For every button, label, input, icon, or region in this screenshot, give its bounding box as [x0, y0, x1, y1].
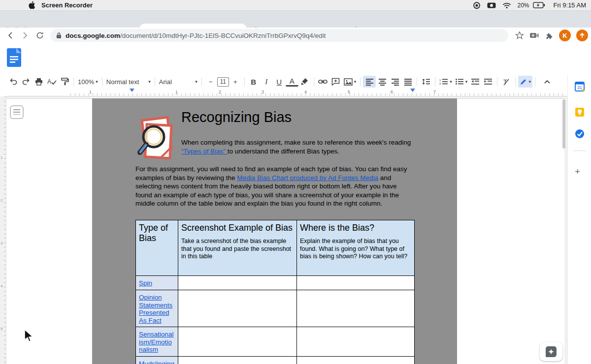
apple-menu-icon[interactable]	[29, 1, 35, 9]
docs-header: Recognizing Bias File Edit View Insert F…	[0, 43, 591, 75]
empty-screenshot-cell[interactable]	[178, 276, 296, 290]
header-cell-where-is-bias[interactable]: Where is the Bias?Explain the example of…	[296, 220, 414, 275]
editing-mode-button[interactable]: ▾	[518, 76, 532, 88]
omnibox-url-field[interactable]: docs.google.com/document/d/10mdtHyr-PJtc…	[50, 29, 508, 42]
document-canvas: 1 2 3 4 5 Recognizing Bias When completi…	[0, 96, 567, 364]
header-cell-type-of-bias[interactable]: Type of Bias	[136, 220, 178, 275]
underline-button[interactable]: U	[273, 76, 286, 88]
sensationalism-link[interactable]: Sensationalism/Emotionalism	[139, 331, 175, 354]
screen-record-icon[interactable]	[473, 1, 481, 9]
spell-check-button[interactable]: A	[45, 76, 58, 88]
get-addons-button[interactable]: +	[575, 166, 580, 177]
font-size-increase-button[interactable]: +	[229, 76, 242, 88]
lock-icon[interactable]	[56, 32, 62, 39]
google-docs-logo[interactable]	[7, 48, 21, 67]
zoom-select[interactable]: 100%▾	[76, 76, 99, 88]
table-row-sensationalism: Sensationalism/Emotionalism	[136, 327, 414, 356]
font-size-decrease-button[interactable]: −	[204, 76, 217, 88]
rail-divider	[573, 151, 586, 151]
document-summary-icon[interactable]	[10, 105, 24, 119]
reload-icon[interactable]	[35, 31, 44, 40]
row-label-cell[interactable]: Mudslinging	[136, 357, 178, 364]
increase-indent-button[interactable]	[482, 76, 494, 88]
table-row-mudslinging: Mudslinging	[136, 356, 414, 364]
table-header-row: Type of Bias Screenshot Example of BiasT…	[136, 220, 414, 275]
row-label-cell[interactable]: Opinion Statements Presented As Fact	[136, 290, 178, 327]
explore-button[interactable]	[540, 342, 562, 361]
paragraph-style-select[interactable]: Normal text▾	[105, 76, 152, 88]
google-keep-icon[interactable]	[575, 107, 585, 117]
insert-image-button[interactable]: ▾	[342, 76, 358, 88]
spin-link[interactable]: Spin	[139, 279, 175, 287]
workspace-side-rail: 31 +	[567, 75, 591, 364]
header-cell-screenshot-example[interactable]: Screenshot Example of BiasTake a screens…	[178, 220, 296, 275]
empty-explanation-cell[interactable]	[296, 276, 414, 290]
google-calendar-icon[interactable]: 31	[575, 82, 585, 91]
mudslinging-link[interactable]: Mudslinging	[139, 360, 175, 364]
add-comment-button[interactable]	[329, 76, 342, 88]
empty-screenshot-cell[interactable]	[178, 290, 296, 327]
right-indent-marker[interactable]	[410, 89, 415, 92]
vertical-scrollbar[interactable]	[562, 99, 565, 149]
bulleted-list-button[interactable]: ▾	[454, 76, 469, 88]
chrome-update-icon[interactable]	[576, 30, 588, 41]
paragraph-1[interactable]: When completing this assignment, make su…	[181, 138, 414, 155]
decrease-indent-button[interactable]	[469, 76, 482, 88]
bookmark-star-icon[interactable]	[515, 31, 524, 40]
battery-charging-icon[interactable]	[533, 2, 545, 8]
justify-button[interactable]	[401, 76, 414, 88]
types-of-bias-link[interactable]: “Types of Bias”	[181, 148, 228, 155]
row-label-cell[interactable]: Sensationalism/Emotionalism	[136, 327, 178, 356]
mouse-cursor	[18, 325, 39, 347]
empty-explanation-cell[interactable]	[296, 290, 414, 327]
clear-formatting-button[interactable]: T	[500, 76, 513, 88]
numbered-list-button[interactable]: 12▾	[438, 76, 454, 88]
svg-text:A: A	[47, 78, 51, 85]
line-spacing-button[interactable]	[420, 76, 432, 88]
empty-explanation-cell[interactable]	[296, 357, 414, 364]
extensions-puzzle-icon[interactable]	[545, 31, 554, 40]
wifi-icon[interactable]	[502, 2, 511, 9]
back-icon[interactable]	[6, 31, 15, 40]
google-tasks-icon[interactable]	[575, 129, 585, 139]
camera-menu-icon[interactable]	[487, 2, 496, 9]
screen-recorder-extension-icon[interactable]	[529, 31, 539, 39]
horizontal-ruler[interactable]: 1 1 2 3 4 5 6 7	[6, 89, 567, 96]
opinion-statements-link[interactable]: Opinion Statements Presented As Fact	[139, 294, 175, 324]
explore-star-icon	[546, 346, 557, 357]
row-label-cell[interactable]: Spin	[136, 276, 178, 290]
empty-explanation-cell[interactable]	[296, 327, 414, 356]
highlight-color-button[interactable]	[298, 76, 311, 88]
align-left-button[interactable]	[363, 76, 376, 88]
insert-link-button[interactable]	[317, 76, 329, 88]
browser-profile-avatar[interactable]: K	[559, 30, 571, 41]
text-color-button[interactable]: A	[286, 77, 298, 87]
print-button[interactable]	[33, 76, 45, 88]
document-heading[interactable]: Recognizing Bias	[181, 109, 292, 125]
ruler-ticks	[70, 93, 563, 95]
magnifier-document-image[interactable]	[136, 115, 177, 163]
left-indent-marker[interactable]	[130, 89, 134, 92]
svg-text:2: 2	[439, 82, 441, 85]
empty-screenshot-cell[interactable]	[178, 327, 296, 356]
italic-button[interactable]: I	[260, 76, 273, 88]
paragraph-2[interactable]: For this assignment, you will need to fi…	[135, 165, 415, 208]
font-family-select[interactable]: Arial▾	[158, 76, 199, 88]
bold-button[interactable]: B	[247, 76, 260, 88]
redo-button[interactable]	[20, 76, 33, 88]
collapse-toolbar-button[interactable]	[541, 76, 554, 88]
svg-text:31: 31	[577, 85, 582, 90]
ruler-margin-number: 1	[89, 90, 92, 94]
battery-percent: 20%	[518, 2, 529, 9]
undo-button[interactable]	[7, 76, 20, 88]
forward-icon[interactable]	[21, 31, 30, 40]
paint-format-button[interactable]	[58, 76, 71, 88]
media-bias-chart-link[interactable]: Media Bias Chart produced by Ad Fontes M…	[237, 174, 378, 182]
browser-address-bar: docs.google.com/document/d/10mdtHyr-PJtc…	[0, 28, 591, 43]
menu-bar-clock[interactable]: Fri 9:15 AM	[554, 1, 586, 9]
font-size-field[interactable]: 11	[217, 77, 229, 87]
align-center-button[interactable]	[376, 76, 389, 88]
active-app-name[interactable]: Screen Recorder	[41, 1, 93, 9]
align-right-button[interactable]	[389, 76, 401, 88]
empty-screenshot-cell[interactable]	[178, 357, 296, 364]
